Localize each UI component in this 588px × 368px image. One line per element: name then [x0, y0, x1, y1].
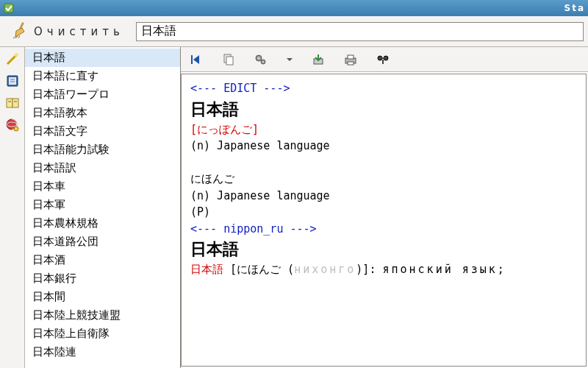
- list-item[interactable]: 日本語ワープロ: [25, 85, 180, 104]
- list-item[interactable]: 日本銀行: [25, 269, 180, 288]
- list-item[interactable]: 日本車: [25, 177, 180, 196]
- svg-rect-16: [226, 57, 233, 65]
- svg-rect-0: [4, 4, 13, 13]
- save-icon[interactable]: [310, 52, 326, 68]
- list-item[interactable]: 日本語能力試験: [25, 141, 180, 159]
- go-first-icon[interactable]: [188, 52, 204, 68]
- titlebar: Sta: [0, 0, 588, 16]
- reading: [にっぽんご]: [190, 121, 577, 138]
- list-item[interactable]: 日本間: [25, 288, 180, 306]
- broom-icon: [10, 21, 29, 42]
- top-toolbar: Очистить: [0, 16, 588, 47]
- app-icon: [3, 2, 15, 14]
- list-item[interactable]: 日本語に直す: [25, 67, 180, 85]
- wand-icon[interactable]: [4, 50, 21, 68]
- gears-icon[interactable]: [253, 52, 269, 68]
- headword: 日本語: [190, 237, 577, 261]
- definition-line: にほんご: [190, 171, 577, 188]
- word-list[interactable]: 日本語日本語に直す日本語ワープロ日本語教本日本語文字日本語能力試験日本語訳日本車…: [25, 47, 181, 368]
- list-item[interactable]: 日本道路公団: [25, 233, 180, 251]
- list-item[interactable]: 日本酒: [25, 251, 180, 269]
- svg-rect-8: [12, 99, 18, 107]
- clear-button-label: Очистить: [34, 25, 124, 38]
- window-title-fragment: Sta: [564, 3, 585, 13]
- svg-rect-14: [191, 55, 193, 64]
- list-item[interactable]: 日本語文字: [25, 122, 180, 141]
- svg-rect-7: [7, 99, 12, 107]
- dict-icon[interactable]: [4, 94, 21, 112]
- content-toolbar: [181, 47, 588, 72]
- definition-line: [190, 155, 577, 171]
- svg-rect-23: [348, 55, 354, 59]
- definition-line: (n) Japanese language: [190, 188, 577, 205]
- headword: 日本語: [190, 97, 577, 121]
- main-area: 日本語日本語に直す日本語ワープロ日本語教本日本語文字日本語能力試験日本語訳日本車…: [0, 47, 588, 368]
- clear-button[interactable]: Очистить: [4, 18, 130, 45]
- copy-icon[interactable]: [220, 52, 237, 68]
- sidebar-tab-strip: [0, 47, 25, 368]
- find-icon[interactable]: [375, 52, 391, 68]
- svg-rect-24: [348, 62, 354, 65]
- source-header: <--- nippon_ru --->: [190, 221, 577, 238]
- list-item[interactable]: 日本語: [25, 49, 180, 67]
- svg-point-20: [262, 61, 264, 63]
- svg-rect-27: [381, 57, 384, 59]
- svg-point-13: [14, 127, 18, 131]
- globe-icon[interactable]: [4, 116, 21, 134]
- source-header: <--- EDICT --->: [190, 80, 577, 97]
- print-icon[interactable]: [343, 52, 359, 68]
- list-item[interactable]: 日本軍: [25, 196, 180, 214]
- list-item[interactable]: 日本陸上自衛隊: [25, 325, 180, 343]
- list-item[interactable]: 日本語訳: [25, 159, 180, 177]
- svg-point-18: [258, 57, 260, 59]
- list-item[interactable]: 日本農林規格: [25, 214, 180, 233]
- list-item[interactable]: 日本語教本: [25, 104, 180, 122]
- svg-rect-4: [9, 77, 16, 85]
- search-input[interactable]: [136, 22, 584, 41]
- notebook-icon[interactable]: [4, 72, 21, 90]
- content-area: <--- EDICT --->日本語[にっぽんご](n) Japanese la…: [181, 47, 588, 368]
- dropdown-icon[interactable]: [285, 52, 294, 68]
- definition-line: 日本語 [にほんご (нихонго)]: японский язык;: [190, 261, 577, 278]
- definition-pane[interactable]: <--- EDICT --->日本語[にっぽんご](n) Japanese la…: [181, 74, 587, 367]
- definition-line: (P): [190, 204, 577, 221]
- definition-line: (n) Japanese language: [190, 138, 577, 155]
- list-item[interactable]: 日本陸上競技連盟: [25, 306, 180, 325]
- list-item[interactable]: 日本陸連: [25, 343, 180, 361]
